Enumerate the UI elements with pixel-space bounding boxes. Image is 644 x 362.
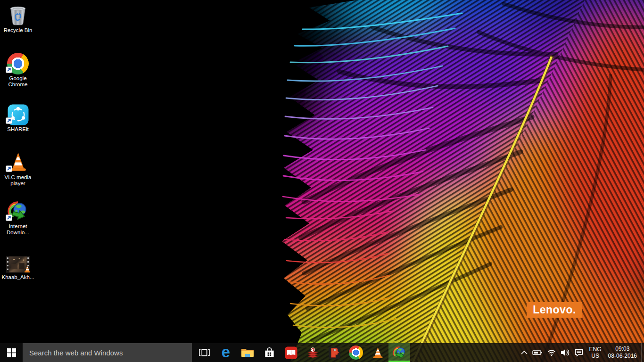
- store-icon: [264, 347, 275, 359]
- desktop-icon-label: Google: [9, 75, 26, 81]
- clock-time: 09:03: [615, 346, 629, 353]
- show-hidden-icons-button[interactable]: [519, 343, 530, 362]
- battery-icon: [532, 348, 543, 357]
- language-line2: US: [591, 353, 599, 359]
- red-layers-icon: [306, 346, 319, 359]
- task-view-button[interactable]: [193, 343, 215, 362]
- taskbar-app-red-book[interactable]: [280, 343, 302, 362]
- idm-icon: [6, 199, 30, 222]
- desktop-icon-shareit[interactable]: SHAREit: [0, 102, 36, 132]
- red-face-icon: [328, 346, 341, 359]
- lenovo-logo: Lenovo.: [527, 302, 582, 318]
- desktop-icon-recycle-bin[interactable]: Recycle Bin: [0, 3, 36, 33]
- task-view-icon: [199, 348, 210, 357]
- red-book-icon: [285, 346, 297, 359]
- windows-logo-icon: [7, 348, 16, 357]
- edge-icon: e: [222, 344, 230, 360]
- vlc-icon: [6, 150, 30, 173]
- shortcut-arrow-icon: [6, 165, 12, 174]
- clock-date: 08-06-2016: [608, 353, 637, 360]
- taskbar-app-file-explorer[interactable]: [237, 343, 258, 362]
- chevron-up-icon: [521, 351, 528, 354]
- vlc-icon: [371, 346, 385, 360]
- volume-icon: [561, 348, 570, 357]
- action-center-button[interactable]: [572, 343, 586, 362]
- video-file-thumbnail: [6, 255, 30, 273]
- taskbar-search-input[interactable]: [23, 343, 192, 362]
- taskbar-app-red-face[interactable]: [323, 343, 345, 362]
- taskbar: e: [0, 343, 644, 362]
- taskbar-app-edge[interactable]: e: [215, 343, 237, 362]
- shortcut-arrow-icon: [6, 117, 12, 126]
- vlc-file-badge-icon: [23, 265, 32, 275]
- start-button[interactable]: [0, 343, 23, 362]
- desktop-icon-google-chrome[interactable]: GoogleChrome: [0, 51, 36, 88]
- google-chrome-icon: [6, 51, 30, 74]
- idm-icon: [392, 346, 407, 360]
- chrome-icon: [349, 346, 363, 360]
- wifi-icon: [547, 349, 556, 356]
- battery-indicator[interactable]: [530, 343, 545, 362]
- show-desktop-button[interactable]: [641, 343, 644, 362]
- taskbar-app-chrome[interactable]: [345, 343, 367, 362]
- language-indicator[interactable]: ENG US: [586, 346, 605, 359]
- file-explorer-icon: [241, 347, 254, 358]
- desktop-icon-khaab-video[interactable]: Khaab_Akh...: [0, 255, 36, 280]
- clock[interactable]: 09:03 08-06-2016: [605, 346, 641, 360]
- lenovo-logo-text: Lenovo.: [533, 304, 576, 316]
- system-tray: ENG US 09:03 08-06-2016: [519, 343, 644, 362]
- desktop-icon-label: Internet: [9, 223, 27, 229]
- language-line1: ENG: [589, 346, 602, 353]
- desktop-icon-label: Recycle Bin: [4, 27, 33, 33]
- recycle-bin-icon: [6, 3, 30, 26]
- desktop-icon-idm[interactable]: InternetDownlo...: [0, 199, 36, 236]
- shortcut-arrow-icon: [6, 66, 12, 75]
- taskbar-app-red-layers[interactable]: [302, 343, 323, 362]
- taskbar-app-store[interactable]: [258, 343, 280, 362]
- network-indicator[interactable]: [545, 343, 558, 362]
- shareit-icon: [6, 102, 30, 125]
- action-center-icon: [575, 349, 583, 357]
- taskbar-app-vlc[interactable]: [367, 343, 388, 362]
- taskbar-app-idm[interactable]: [388, 343, 410, 362]
- desktop-icon-label: VLC media: [5, 174, 32, 180]
- desktop-icon-label: SHAREit: [7, 126, 28, 132]
- volume-indicator[interactable]: [558, 343, 572, 362]
- desktop[interactable]: Lenovo.: [0, 0, 644, 362]
- shortcut-arrow-icon: [6, 214, 12, 223]
- desktop-icon-vlc[interactable]: VLC mediaplayer: [0, 150, 36, 187]
